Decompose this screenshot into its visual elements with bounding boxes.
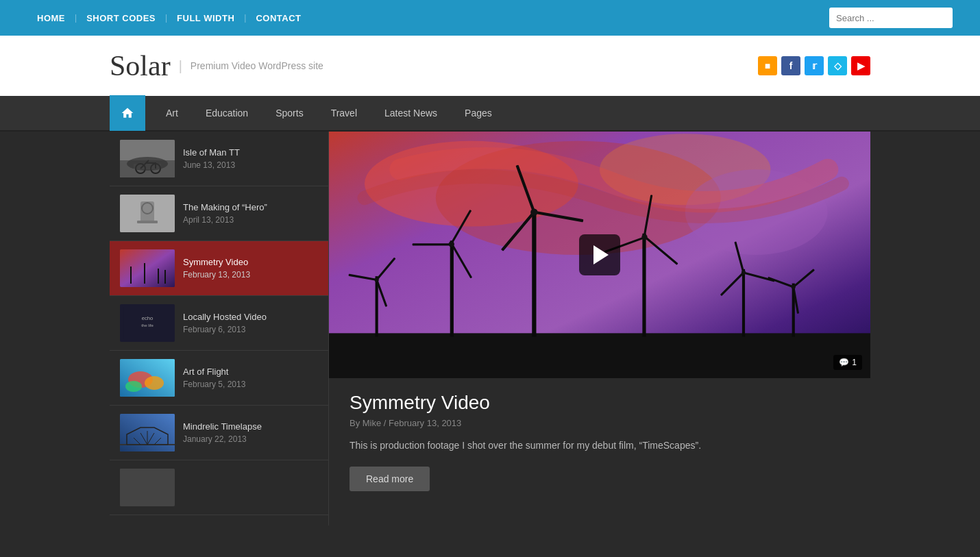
search-box: 🔍: [829, 8, 953, 28]
sidebar-date-3: February 6, 2013: [183, 325, 318, 334]
svg-rect-1: [120, 160, 175, 177]
sidebar-thumb-6: [120, 469, 175, 506]
svg-point-30: [436, 141, 721, 255]
top-nav: HOME | SHORT CODES | FULL WIDTH | CONTAC…: [0, 0, 980, 36]
svg-point-38: [530, 208, 537, 215]
sidebar-thumb-2: [120, 249, 175, 287]
svg-point-48: [641, 234, 647, 240]
svg-rect-11: [144, 263, 145, 284]
svg-point-53: [742, 271, 746, 275]
hero-thumb-img: [120, 195, 175, 232]
article-excerpt: This is production footage I shot over t…: [350, 438, 850, 453]
nav-contact[interactable]: CONTACT: [246, 13, 310, 23]
article-meta: By Mike / February 13, 2013: [350, 418, 850, 428]
article-area: 💬 1 Symmetry Video By Mike / February 13…: [329, 132, 870, 525]
sidebar-item-5[interactable]: Mindrelic Timelapse January 22, 2013: [110, 406, 328, 460]
twitter-icon[interactable]: 𝕣: [805, 56, 824, 75]
sidebar-item-0[interactable]: Isle of Man TT June 13, 2013: [110, 132, 328, 186]
sidebar-title-3: Locally Hosted Video: [183, 312, 318, 322]
svg-rect-60: [793, 269, 815, 288]
svg-rect-2: [134, 164, 161, 169]
play-triangle-icon: [593, 245, 609, 264]
svg-rect-40: [450, 210, 471, 245]
svg-rect-13: [164, 270, 166, 284]
sec-nav-latest-news[interactable]: Latest News: [371, 95, 451, 131]
mindrelic-thumb-img: [120, 414, 175, 451]
sidebar-item-6[interactable]: [110, 460, 328, 515]
sec-nav-art[interactable]: Art: [152, 95, 192, 131]
sidebar-title-0: Isle of Man TT: [183, 147, 318, 158]
sidebar-thumb-3: echo the life: [120, 304, 175, 342]
sidebar-date-4: February 5, 2013: [183, 380, 318, 389]
svg-rect-55: [376, 258, 395, 281]
site-tagline: Premium Video WordPress site: [191, 60, 323, 71]
svg-rect-36: [534, 211, 583, 223]
svg-point-63: [792, 285, 796, 289]
logo-separator: |: [179, 58, 182, 74]
svg-rect-9: [120, 249, 175, 287]
search-input[interactable]: [829, 8, 953, 28]
rss-icon[interactable]: ■: [758, 56, 777, 75]
sidebar-item-2[interactable]: Symmetry Video February 13, 2013: [110, 241, 328, 296]
sidebar-info-6: [183, 486, 318, 489]
sidebar-info-3: Locally Hosted Video February 6, 2013: [183, 312, 318, 334]
vimeo-icon[interactable]: ◇: [828, 56, 847, 75]
sidebar-item-3[interactable]: echo the life Locally Hosted Video Febru…: [110, 296, 328, 351]
site-header: Solar | Premium Video WordPress site ■ f…: [0, 36, 980, 96]
sidebar-date-0: June 13, 2013: [183, 160, 318, 170]
svg-point-20: [125, 381, 142, 392]
generic-thumb-img: [120, 469, 175, 506]
svg-rect-27: [120, 469, 175, 506]
svg-rect-62: [768, 277, 794, 288]
nav-home[interactable]: HOME: [27, 13, 75, 23]
sidebar-item-1[interactable]: The Making of “Hero” April 13, 2013: [110, 186, 328, 241]
svg-rect-7: [137, 221, 158, 223]
svg-rect-42: [413, 243, 452, 245]
flight-thumb-img: [120, 359, 175, 397]
svg-rect-35: [516, 165, 536, 213]
svg-rect-61: [792, 287, 799, 314]
play-button[interactable]: [579, 234, 620, 275]
sidebar-thumb-5: [120, 414, 175, 451]
social-icons: ■ f 𝕣 ◇ ▶: [758, 56, 870, 75]
sidebar-date-5: January 22, 2013: [183, 434, 318, 444]
sidebar-title-1: The Making of “Hero”: [183, 202, 318, 212]
sidebar: Isle of Man TT June 13, 2013 The Making …: [110, 132, 329, 525]
comment-count: 1: [852, 358, 857, 367]
sidebar-date-1: April 13, 2013: [183, 215, 318, 225]
svg-text:the life: the life: [141, 323, 154, 327]
home-icon-button[interactable]: [110, 95, 145, 131]
sec-nav-sports[interactable]: Sports: [262, 95, 317, 131]
home-icon: [121, 106, 134, 120]
sec-nav-travel[interactable]: Travel: [317, 95, 371, 131]
secondary-nav: Art Education Sports Travel Latest News …: [0, 96, 980, 132]
svg-rect-59: [792, 284, 795, 337]
article-title: Symmetry Video: [350, 392, 850, 414]
sec-nav-education[interactable]: Education: [192, 95, 262, 131]
sidebar-info-0: Isle of Man TT June 13, 2013: [183, 147, 318, 170]
video-container[interactable]: 💬 1: [329, 132, 870, 378]
sidebar-info-2: Symmetry Video February 13, 2013: [183, 257, 318, 280]
svg-rect-51: [744, 271, 775, 282]
svg-rect-39: [450, 240, 454, 336]
read-more-button[interactable]: Read more: [350, 467, 430, 491]
svg-text:echo: echo: [142, 315, 154, 321]
svg-rect-44: [642, 234, 646, 337]
sidebar-thumb-0: [120, 140, 175, 177]
youtube-icon[interactable]: ▶: [851, 56, 870, 75]
comment-icon: 💬: [839, 358, 849, 367]
svg-rect-34: [532, 212, 536, 337]
sec-nav-pages[interactable]: Pages: [451, 95, 506, 131]
top-nav-links: HOME | SHORT CODES | FULL WIDTH | CONTAC…: [27, 13, 311, 23]
nav-full-width[interactable]: FULL WIDTH: [167, 13, 244, 23]
nav-short-codes[interactable]: SHORT CODES: [77, 13, 165, 23]
sidebar-item-4[interactable]: Art of Flight February 5, 2013: [110, 351, 328, 406]
sidebar-date-2: February 13, 2013: [183, 270, 318, 280]
svg-point-32: [685, 169, 828, 255]
sidebar-title-5: Mindrelic Timelapse: [183, 421, 318, 432]
facebook-icon[interactable]: f: [781, 56, 800, 75]
svg-rect-41: [451, 243, 472, 278]
svg-rect-49: [742, 269, 745, 337]
sidebar-thumb-4: [120, 359, 175, 397]
svg-point-29: [365, 141, 578, 227]
